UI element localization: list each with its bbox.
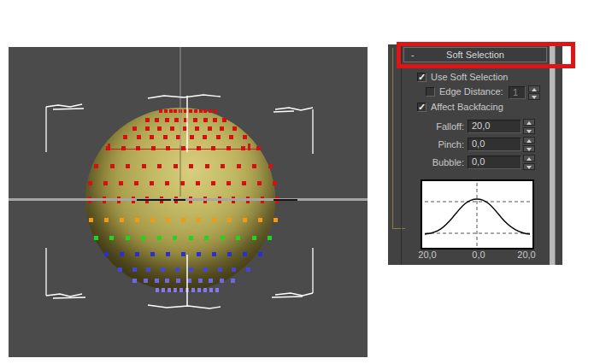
affect-backfacing-label: Affect Backfacing — [431, 102, 503, 113]
panel-scrollbar[interactable] — [550, 44, 556, 265]
edge-distance-spinner[interactable] — [528, 85, 540, 100]
spinner-down-icon[interactable] — [523, 127, 535, 134]
selection-bracket-bottom-left — [46, 248, 85, 298]
gizmo-arc-bottom — [148, 305, 221, 308]
selection-bracket-bottom-right — [272, 248, 313, 297]
graph-label-right: 20,0 — [509, 250, 544, 260]
pinch-spinner[interactable] — [523, 137, 535, 152]
affect-backfacing-checkbox[interactable] — [417, 103, 426, 112]
falloff-curve-graph — [421, 179, 534, 250]
gizmo-arc-top — [148, 95, 221, 98]
selection-bracket-top-right — [274, 108, 313, 154]
pinch-label: Pinch: — [405, 139, 464, 150]
use-soft-selection-label: Use Soft Selection — [431, 72, 509, 83]
spinner-up-icon[interactable] — [523, 137, 535, 144]
panel-border-accent — [392, 228, 405, 229]
falloff-curve — [425, 199, 530, 234]
panel-border-accent — [392, 48, 393, 228]
screenshot-root: - Soft Selection Use Soft Selection Edge… — [0, 0, 600, 364]
selection-bracket-top-left — [46, 104, 84, 152]
falloff-spinner[interactable] — [523, 119, 535, 134]
pinch-field[interactable]: 0,0 — [468, 138, 521, 151]
viewport[interactable] — [9, 47, 368, 357]
spinner-down-icon[interactable] — [523, 163, 535, 170]
spinner-up-icon[interactable] — [523, 155, 535, 161]
spinner-down-icon[interactable] — [528, 93, 540, 100]
command-panel: - Soft Selection Use Soft Selection Edge… — [388, 44, 562, 265]
spinner-up-icon[interactable] — [528, 85, 540, 92]
bubble-spinner[interactable] — [523, 155, 535, 170]
falloff-label: Falloff: — [405, 121, 464, 132]
edge-distance-checkbox[interactable] — [426, 87, 435, 97]
bubble-field[interactable]: 0,0 — [468, 156, 521, 169]
panel-divider — [401, 44, 402, 265]
graph-label-left: 20,0 — [410, 250, 444, 260]
edge-distance-label: Edge Distance: — [439, 86, 503, 97]
graph-label-center: 0,0 — [462, 250, 496, 260]
use-soft-selection-checkbox[interactable] — [417, 73, 426, 82]
annotation-highlight-rectangle — [397, 42, 575, 68]
falloff-curve-svg — [422, 181, 532, 248]
spinner-down-icon[interactable] — [523, 145, 535, 152]
bubble-label: Bubble: — [405, 157, 464, 168]
edge-distance-field[interactable]: 1 — [509, 86, 526, 99]
selection-gizmo-overlay — [9, 47, 368, 357]
spinner-up-icon[interactable] — [523, 119, 535, 126]
falloff-field[interactable]: 20,0 — [468, 120, 521, 133]
